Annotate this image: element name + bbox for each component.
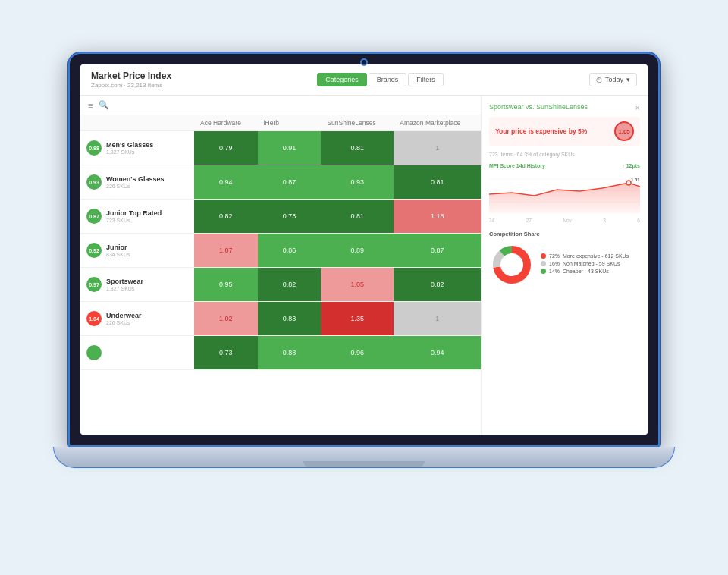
tab-categories[interactable]: Categories — [317, 73, 367, 86]
app-header: Market Price Index Zappix.com · 23,213 I… — [80, 64, 648, 96]
row-info: Underwear 226 SKUs — [106, 312, 142, 325]
cell-value: 0.94 — [194, 165, 258, 199]
table-row[interactable]: 1.04 Underwear 226 SKUs 1.020.831.351 — [80, 302, 481, 336]
mpi-chart-section: MPI Score 14d History ↑ 12pts — [489, 163, 640, 223]
price-cell[interactable]: 1.05 — [321, 268, 394, 302]
col-category — [80, 115, 194, 131]
price-cell[interactable]: 1.18 — [394, 200, 481, 234]
cell-value: 1.02 — [194, 302, 258, 335]
price-cell[interactable]: 0.93 — [321, 165, 394, 200]
row-category-name: Underwear — [106, 312, 142, 319]
price-cell[interactable]: 0.82 — [194, 200, 258, 234]
price-cell[interactable]: 0.79 — [194, 131, 258, 165]
competition-section: Competition Share — [489, 231, 640, 288]
price-cell[interactable]: 1.07 — [194, 234, 258, 268]
tab-brands[interactable]: Brands — [369, 73, 407, 86]
row-info: Junior Top Rated 723 SKUs — [106, 209, 162, 223]
legend-dot-red — [541, 253, 546, 259]
row-info: Women's Glasses 226 SKUs — [106, 175, 165, 189]
row-label: 0.97 Sportswear 1,827 SKUs — [80, 272, 194, 297]
price-cell[interactable]: 1.35 — [321, 302, 394, 336]
price-cell[interactable]: 0.81 — [321, 200, 394, 234]
cell-value: 0.82 — [194, 200, 258, 233]
price-cell[interactable]: 0.89 — [321, 234, 394, 268]
detail-subtitle: 723 Items · 64.3% of category SKUs — [489, 152, 640, 157]
price-cell[interactable]: 0.73 — [194, 336, 258, 370]
col-ace-hardware: Ace Hardware — [194, 115, 258, 131]
search-icon[interactable]: 🔍 — [99, 100, 109, 110]
detail-header: Sportswear vs. SunShineLenses × — [489, 103, 640, 112]
date-label: Today — [605, 76, 623, 83]
detail-category-name: Sportswear — [489, 103, 524, 111]
price-cell[interactable]: 0.96 — [321, 336, 394, 370]
app-body: ≡ 🔍 Ace Hardware iHerb SunS — [80, 96, 648, 435]
price-cell[interactable]: 0.94 — [394, 336, 481, 370]
detail-panel: Sportswear vs. SunShineLenses × Your pri… — [481, 96, 648, 435]
legend-pct-0: 72% — [549, 253, 560, 259]
price-cell[interactable]: 0.86 — [258, 234, 322, 268]
cell-value: 0.87 — [394, 234, 481, 267]
cell-value: 0.81 — [321, 200, 394, 233]
table-row[interactable]: 0.97 Sportswear 1,827 SKUs 0.950.821.050… — [80, 268, 481, 302]
row-skus: 226 SKUs — [106, 320, 142, 325]
row-label: 0.88 Men's Glasses 1,827 SKUs — [80, 136, 194, 160]
price-cell[interactable]: 0.73 — [258, 200, 322, 234]
row-label: 0.93 Women's Glasses 226 SKUs — [80, 170, 194, 194]
row-badge: 0.97 — [86, 277, 102, 292]
cell-value: 0.83 — [258, 302, 322, 335]
date-selector[interactable]: ◷ Today ▾ — [589, 73, 637, 86]
price-cell[interactable]: 0.95 — [194, 268, 258, 302]
table-row[interactable]: 0.93 Women's Glasses 226 SKUs 0.940.870.… — [80, 165, 481, 200]
cell-value: 0.94 — [394, 336, 481, 369]
col-iherb: iHerb — [258, 115, 322, 131]
row-category-name: Sportswear — [106, 278, 143, 285]
price-cell[interactable]: 0.87 — [394, 234, 481, 268]
legend-item-1: 16% Non Matched - 59 SKUs — [541, 261, 640, 266]
cell-value: 0.96 — [321, 336, 394, 369]
price-cell[interactable]: 0.81 — [394, 165, 481, 200]
price-cell[interactable]: 0.87 — [258, 165, 322, 200]
laptop-base — [53, 447, 675, 468]
price-cell[interactable]: 0.83 — [258, 302, 322, 336]
cell-value: 0.88 — [258, 336, 322, 369]
row-info: Junior 834 SKUs — [106, 244, 130, 257]
menu-icon[interactable]: ≡ — [88, 101, 93, 110]
row-info: Sportswear 1,827 SKUs — [106, 278, 143, 291]
row-category-name: Junior — [106, 244, 130, 251]
cell-value: 0.95 — [194, 268, 258, 301]
price-cell[interactable]: 0.82 — [258, 268, 322, 302]
cell-value: 0.89 — [321, 234, 394, 267]
row-badge: 1.04 — [86, 311, 102, 326]
calendar-icon: ◷ — [596, 76, 602, 83]
cell-value: 0.79 — [194, 131, 258, 165]
cell-value: 0.86 — [258, 234, 322, 267]
row-label: 0.87 Junior Top Rated 723 SKUs — [80, 204, 194, 228]
price-cell[interactable]: 0.82 — [394, 268, 481, 302]
tab-filters[interactable]: Filters — [408, 73, 444, 86]
legend-label-1: Non Matched - 59 SKUs — [563, 261, 620, 266]
table-row[interactable]: 0.87 Junior Top Rated 723 SKUs 0.820.730… — [80, 200, 481, 234]
price-cell[interactable]: 0.94 — [194, 165, 258, 200]
price-cell[interactable]: 1.02 — [194, 302, 258, 336]
price-cell[interactable]: 1 — [394, 302, 481, 336]
table-row[interactable]: 0.92 Junior 834 SKUs 1.070.860.890.87 — [80, 234, 481, 268]
row-skus: 226 SKUs — [106, 184, 165, 189]
col-amazon: Amazon Marketplace — [394, 115, 481, 131]
cell-value: 1.05 — [321, 268, 394, 301]
row-badge — [86, 345, 102, 360]
cell-value: 0.73 — [258, 200, 322, 233]
app-container: Market Price Index Zappix.com · 23,213 I… — [80, 64, 648, 435]
price-cell[interactable]: 1 — [394, 131, 481, 165]
app-title: Market Price Index — [91, 71, 171, 81]
table-row[interactable]: 0.88 Men's Glasses 1,827 SKUs 0.790.910.… — [80, 131, 481, 165]
price-cell[interactable]: 0.81 — [321, 131, 394, 165]
table-row[interactable]: 0.730.880.960.94 — [80, 336, 481, 370]
row-category-name: Men's Glasses — [106, 141, 153, 149]
price-alert-text: Your price is expensive by 5% — [495, 127, 587, 135]
cell-value: 0.87 — [258, 165, 322, 199]
price-cell[interactable]: 0.88 — [258, 336, 322, 370]
price-cell[interactable]: 0.91 — [258, 131, 322, 165]
close-button[interactable]: × — [635, 103, 640, 112]
legend-label-2: Cheaper - 43 SKUs — [563, 269, 609, 274]
laptop-screen: Market Price Index Zappix.com · 23,213 I… — [80, 64, 648, 435]
